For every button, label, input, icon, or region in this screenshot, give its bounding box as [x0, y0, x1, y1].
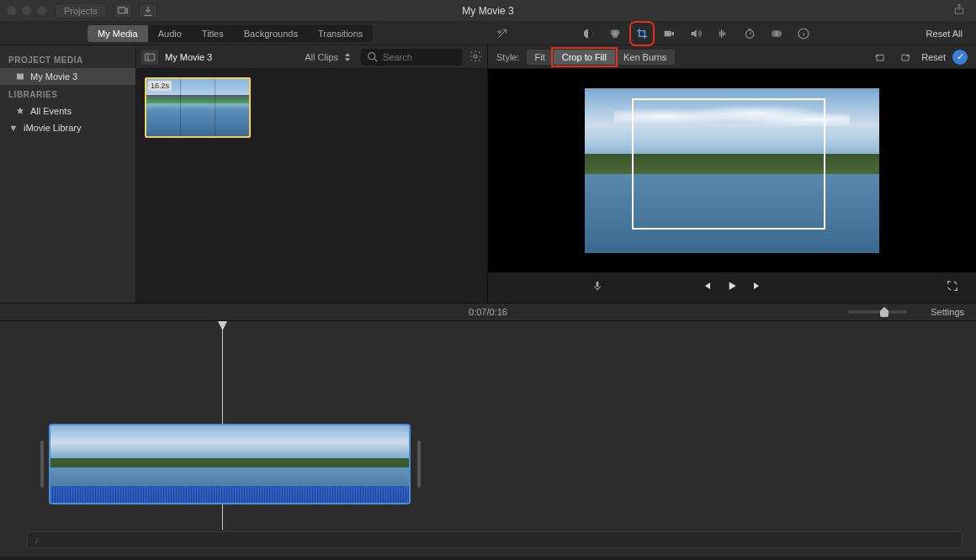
sidebar-item-label: My Movie 3: [30, 71, 77, 82]
search-box[interactable]: [361, 49, 462, 66]
timecode-bar: 0:07 / 0:16 Settings: [0, 303, 976, 321]
import-media-icon[interactable]: [114, 3, 132, 18]
fullscreen-icon[interactable]: [946, 279, 959, 296]
prev-frame-icon[interactable]: [700, 279, 713, 296]
star-icon: [15, 106, 25, 116]
speed-icon[interactable]: [740, 24, 759, 43]
svg-point-5: [613, 32, 618, 38]
svg-point-9: [775, 30, 782, 37]
apply-crop-button[interactable]: ✓: [952, 50, 968, 65]
window-title: My Movie 3: [462, 5, 513, 17]
main-area: PROJECT MEDIA My Movie 3 LIBRARIES All E…: [0, 45, 976, 303]
crop-style-segmented: Fit Crop to Fill Ken Burns: [527, 50, 676, 65]
info-icon[interactable]: [794, 24, 813, 43]
crop-rectangle[interactable]: [632, 98, 825, 230]
crop-icon[interactable]: [633, 24, 651, 43]
crop-handle-br[interactable]: [815, 219, 825, 230]
color-correction-icon[interactable]: [606, 24, 624, 43]
audio-waveform: [50, 486, 409, 503]
clip-duration-badge: 16.2s: [148, 81, 172, 91]
sidebar-item-imovie-library[interactable]: ▼ iMovie Library: [0, 119, 135, 136]
reset-all-button[interactable]: Reset All: [926, 29, 963, 39]
browser-body: 16.2s: [136, 69, 487, 303]
timeline-settings-button[interactable]: Settings: [931, 307, 964, 317]
all-clips-dropdown[interactable]: All Clips: [305, 50, 354, 64]
noise-reduction-icon[interactable]: [713, 24, 732, 43]
timeline[interactable]: ♪: [0, 321, 976, 557]
svg-rect-17: [597, 282, 599, 288]
browser-project-name: My Movie 3: [165, 52, 212, 62]
playback-controls: [488, 272, 976, 303]
all-clips-label: All Clips: [305, 52, 338, 62]
rotate-cw-icon[interactable]: [896, 48, 915, 66]
main-toolbar: My Media Audio Titles Backgrounds Transi…: [0, 22, 976, 45]
enhance-icon[interactable]: [493, 24, 512, 43]
music-icon: ♪: [34, 535, 40, 545]
viewer: Style: Fit Crop to Fill Ken Burns Reset …: [488, 45, 976, 303]
crop-to-fill-button[interactable]: Crop to Fill: [554, 50, 615, 65]
timeline-clip[interactable]: [49, 424, 411, 505]
sidebar-toggle-icon[interactable]: [141, 50, 158, 65]
svg-rect-12: [146, 54, 155, 61]
sidebar-item-all-events[interactable]: All Events: [0, 103, 135, 119]
volume-icon[interactable]: [687, 24, 705, 43]
crop-controls-bar: Style: Fit Crop to Fill Ken Burns Reset …: [488, 45, 976, 69]
audio-track[interactable]: ♪: [27, 531, 963, 548]
projects-button[interactable]: Projects: [55, 3, 107, 18]
tab-my-media[interactable]: My Media: [88, 25, 148, 42]
clip-handle-right[interactable]: [417, 441, 421, 488]
current-time: 0:07: [469, 307, 486, 317]
clip-thumbnail[interactable]: 16.2s: [145, 77, 251, 138]
svg-point-13: [369, 52, 375, 59]
film-icon: [15, 71, 25, 82]
svg-point-14: [474, 55, 477, 58]
video-preview: [585, 88, 879, 253]
sidebar-item-project[interactable]: My Movie 3: [0, 68, 135, 85]
sidebar-item-label: iMovie Library: [24, 123, 81, 133]
media-browser: My Movie 3 All Clips 16.2s: [136, 45, 488, 303]
svg-rect-11: [17, 74, 24, 80]
clip-filter-icon[interactable]: [767, 24, 786, 43]
next-frame-icon[interactable]: [751, 279, 764, 296]
project-media-heading: PROJECT MEDIA: [0, 50, 135, 68]
tab-backgrounds[interactable]: Backgrounds: [234, 25, 308, 42]
timeline-zoom-slider[interactable]: [848, 310, 907, 314]
window-controls: [7, 6, 46, 15]
svg-rect-6: [665, 30, 671, 36]
sidebar-item-label: All Events: [30, 106, 72, 116]
download-icon[interactable]: [139, 3, 157, 18]
chevron-updown-icon: [341, 50, 354, 64]
total-time: 0:16: [490, 307, 507, 317]
disclosure-triangle-icon[interactable]: ▼: [8, 123, 19, 133]
style-label: Style:: [496, 52, 520, 62]
crop-handle-tl[interactable]: [632, 98, 642, 108]
tab-audio[interactable]: Audio: [148, 25, 192, 42]
play-icon[interactable]: [725, 279, 739, 296]
search-input[interactable]: [383, 52, 450, 62]
crop-fit-button[interactable]: Fit: [527, 50, 554, 65]
close-window[interactable]: [7, 6, 16, 15]
crop-handle-tr[interactable]: [815, 98, 825, 108]
browser-header: My Movie 3 All Clips: [136, 45, 487, 69]
search-icon: [366, 50, 379, 64]
sidebar: PROJECT MEDIA My Movie 3 LIBRARIES All E…: [0, 45, 136, 303]
reset-crop-button[interactable]: Reset: [921, 52, 946, 62]
voiceover-icon[interactable]: [591, 279, 604, 296]
gear-icon[interactable]: [469, 50, 482, 65]
rotate-ccw-icon[interactable]: [871, 48, 889, 66]
tab-titles[interactable]: Titles: [192, 25, 234, 42]
share-icon[interactable]: [952, 3, 966, 19]
tab-transitions[interactable]: Transitions: [308, 25, 373, 42]
titlebar: Projects My Movie 3: [0, 0, 976, 22]
ken-burns-button[interactable]: Ken Burns: [615, 50, 675, 65]
svg-rect-0: [118, 8, 125, 13]
libraries-heading: LIBRARIES: [0, 85, 135, 103]
clip-handle-left[interactable]: [40, 441, 44, 488]
crop-handle-bl[interactable]: [632, 219, 642, 230]
viewer-canvas[interactable]: [488, 69, 976, 272]
zoom-window[interactable]: [37, 6, 46, 15]
stabilization-icon[interactable]: [660, 24, 678, 43]
library-tabs: My Media Audio Titles Backgrounds Transi…: [88, 25, 373, 42]
color-balance-icon[interactable]: [579, 24, 597, 43]
minimize-window[interactable]: [22, 6, 31, 15]
